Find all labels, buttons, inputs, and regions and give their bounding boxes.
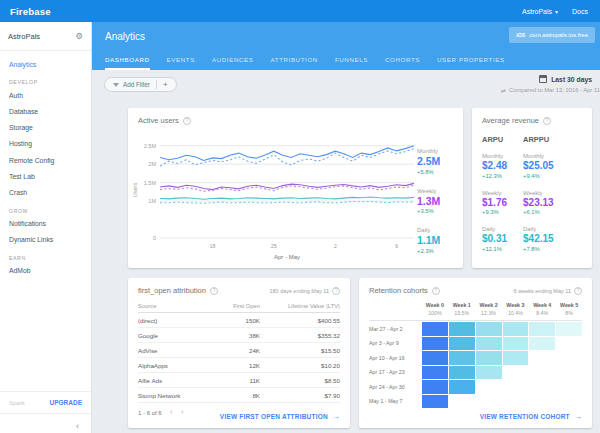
- view-retention-link[interactable]: VIEW RETENTION COHORT: [480, 412, 582, 421]
- help-icon[interactable]: [183, 117, 191, 125]
- cohort-percent: 100%: [422, 310, 448, 320]
- sidebar-item-crash[interactable]: Crash: [0, 184, 91, 200]
- attribution-cell: $8.50: [260, 377, 340, 384]
- project-menu[interactable]: AstroPals: [522, 8, 558, 15]
- help-icon[interactable]: [332, 287, 340, 295]
- cohort-row-apr-17-apr-23: Apr 17 - Apr 23: [369, 366, 582, 380]
- table-row-stomp-network[interactable]: Stomp Network8K$7.90: [138, 388, 340, 403]
- revenue-arppu-monthly: Monthly$25.05+9.4%: [523, 153, 554, 179]
- cohort-cell: [449, 322, 475, 336]
- sidebar-item-remote-config[interactable]: Remote Config: [0, 152, 91, 168]
- app-id: com.astropals.ios.free: [529, 32, 588, 38]
- cohort-percent-row: 100%19.5%12.3%10.4%8.4%8%: [369, 310, 582, 321]
- cohort-cell: [476, 395, 502, 409]
- help-icon[interactable]: [210, 287, 218, 295]
- stat-monthly: Monthly2.5M+5.8%: [417, 148, 457, 175]
- cohort-cell: [529, 380, 555, 394]
- sidebar-section-grow: GROW: [0, 201, 91, 216]
- pagination-next-icon[interactable]: [181, 409, 184, 416]
- tab-audiences[interactable]: AUDIENCES: [212, 56, 254, 70]
- view-attribution-link[interactable]: VIEW FIRST OPEN ATTRIBUTION: [220, 412, 340, 421]
- cohort-row-label: Apr 17 - Apr 23: [369, 369, 421, 375]
- retention-title-row: Retention cohorts 6 weeks ending May 11: [359, 278, 592, 295]
- revenue-change: +7.8%: [523, 246, 554, 252]
- stat-change: +5.8%: [417, 169, 457, 175]
- card-title: Average revenue: [482, 116, 539, 125]
- revenue-change: +6.1%: [523, 209, 554, 215]
- table-row-direct[interactable]: (direct)150K$400.55: [138, 313, 340, 328]
- sidebar-item-admob[interactable]: AdMob: [0, 263, 91, 279]
- range-note-text: 180 days ending May 11: [269, 288, 329, 294]
- active-users-chart: 2.5M2M1.5M1M0182529Apr - MayUsers: [130, 134, 426, 266]
- sidebar-item-auth[interactable]: Auth: [0, 87, 91, 103]
- upgrade-button[interactable]: UPGRADE: [49, 399, 82, 406]
- table-row-advise[interactable]: AdVise24K$15.50: [138, 343, 340, 358]
- tab-dashboard[interactable]: DASHBOARD: [105, 56, 150, 70]
- revenue-value: $1.76: [482, 197, 507, 208]
- cohort-row-label: Apr 24 - Apr 30: [369, 384, 421, 390]
- sidebar-item-test-lab[interactable]: Test Lab: [0, 168, 91, 184]
- sidebar-item-dynamic-links[interactable]: Dynamic Links: [0, 232, 91, 248]
- cohort-cell: [422, 322, 448, 336]
- cohort-cell: [476, 351, 502, 365]
- cohort-week-week-3: Week 3: [503, 299, 529, 310]
- link-label: VIEW FIRST OPEN ATTRIBUTION: [220, 413, 328, 420]
- series-daily-previous-period: [160, 201, 414, 203]
- sidebar-item-hosting[interactable]: Hosting: [0, 136, 91, 152]
- tab-cohorts[interactable]: COHORTS: [385, 56, 420, 70]
- gear-icon[interactable]: [75, 31, 83, 41]
- caret-down-icon: [555, 8, 558, 15]
- retention-range-note: 6 weeks ending May 11: [514, 287, 582, 295]
- cohort-cell: [529, 322, 555, 336]
- tab-attribution[interactable]: ATTRIBUTION: [270, 56, 317, 70]
- help-icon[interactable]: [574, 287, 582, 295]
- date-range-area: Last 30 days Compared to Mar 13, 2016 - …: [501, 75, 592, 94]
- date-range-picker[interactable]: Last 30 days: [501, 75, 592, 83]
- collapse-row: [0, 413, 91, 433]
- series-weekly-previous-period: [160, 185, 414, 191]
- revenue-value: $0.31: [482, 233, 507, 244]
- sidebar-item-storage[interactable]: Storage: [0, 120, 91, 136]
- attribution-header-row: SourceFirst OpenLifetime Value (LTV): [138, 300, 340, 313]
- cohort-cell: [422, 351, 448, 365]
- app-selector-chip[interactable]: iOS com.astropals.ios.free: [509, 27, 595, 43]
- table-row-google[interactable]: Google38K$355.32: [138, 328, 340, 343]
- help-icon[interactable]: [543, 117, 551, 125]
- compare-note: Compared to Mar 13, 2016 - Apr 11, 2016: [509, 87, 600, 93]
- cohort-cell: [556, 322, 582, 336]
- arrow-right-icon: [574, 412, 582, 421]
- cohort-cell: [476, 322, 502, 336]
- topbar-right: AstroPals Docs: [522, 8, 588, 15]
- collapse-sidebar-icon[interactable]: [76, 415, 79, 433]
- series-monthly-previous-period: [160, 149, 414, 166]
- cohort-cell: [449, 351, 475, 365]
- tab-user-properties[interactable]: USER PROPERTIES: [437, 56, 505, 70]
- add-filter-button[interactable]: Add Filter: [104, 77, 177, 92]
- pagination-prev-icon[interactable]: [170, 409, 173, 416]
- firebase-logo[interactable]: Firebase: [10, 6, 51, 17]
- cohort-percent: 19.5%: [449, 310, 475, 320]
- cohort-cell: [529, 366, 555, 380]
- tab-funnels[interactable]: FUNNELS: [335, 56, 368, 70]
- revenue-column-arpu: ARPUMonthly$2.48+12.3%Weekly$1.76+9.3%Da…: [482, 128, 507, 263]
- docs-link[interactable]: Docs: [572, 8, 588, 15]
- help-icon[interactable]: [432, 287, 440, 295]
- revenue-period-label: Monthly: [482, 153, 507, 159]
- project-row: AstroPals: [0, 22, 91, 51]
- revenue-arpu-monthly: Monthly$2.48+12.3%: [482, 153, 507, 179]
- cohort-cell: [556, 351, 582, 365]
- sidebar-item-analytics[interactable]: Analytics: [0, 56, 91, 72]
- tab-events[interactable]: EVENTS: [167, 56, 195, 70]
- table-row-alphaapps[interactable]: AlphaApps12K$10.20: [138, 358, 340, 373]
- active-users-stats: Monthly2.5M+5.8%Weekly1.3M+3.5%Daily1.1M…: [417, 148, 457, 267]
- sidebar-item-notifications[interactable]: Notifications: [0, 216, 91, 232]
- sidebar-item-database[interactable]: Database: [0, 103, 91, 119]
- analytics-header: Analytics DASHBOARDEVENTSAUDIENCESATTRIB…: [92, 22, 600, 70]
- revenue-change: +9.4%: [523, 173, 554, 179]
- cohort-week-header-row: Week 0Week 1Week 2Week 3Week 4Week 5: [369, 299, 582, 310]
- attribution-cell: 24K: [208, 347, 260, 354]
- cohort-cell: [449, 395, 475, 409]
- sidebar-bottom: Spark UPGRADE: [0, 391, 91, 433]
- cohort-cell: [449, 337, 475, 351]
- table-row-alfie-ads[interactable]: Alfie Ads11K$8.50: [138, 373, 340, 388]
